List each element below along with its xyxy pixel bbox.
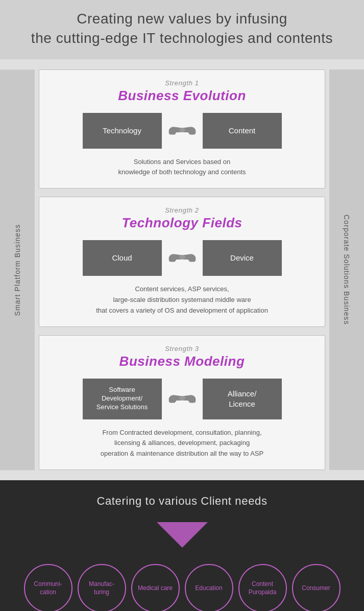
handshake-icon-1 <box>162 113 203 149</box>
bottom-section: Catering to various Client needs Communi… <box>0 480 364 611</box>
box-row-1: Technology Content <box>52 113 312 149</box>
arrow-down-icon <box>152 522 213 550</box>
header-title: Creating new values by infusing the cutt… <box>20 9 344 48</box>
box-right-2: Device <box>203 240 282 276</box>
svg-marker-3 <box>157 522 208 548</box>
strength-card-3: Strength 3 Business Modeling SoftwareDev… <box>39 335 325 470</box>
strength-label-3: Strength 3 <box>52 345 312 353</box>
svg-point-0 <box>179 128 185 132</box>
catering-title: Catering to various Client needs <box>10 495 354 508</box>
left-side-label: Smart Platform Business <box>0 69 35 470</box>
card-desc-3: From Contracted development, consultatio… <box>52 428 312 459</box>
svg-point-2 <box>179 396 185 401</box>
strength-title-3: Business Modeling <box>52 354 312 369</box>
circle-consumer: Consumer <box>292 564 341 611</box>
box-row-2: Cloud Device <box>52 240 312 276</box>
handshake-icon-3 <box>162 381 203 417</box>
circle-medical: Medical care <box>131 564 180 611</box>
circle-manufacturing: Manufac- turing <box>78 564 126 611</box>
main-content: Smart Platform Business Strength 1 Busin… <box>0 59 364 480</box>
box-left-2: Cloud <box>83 240 162 276</box>
svg-point-1 <box>179 255 185 260</box>
strength-title-2: Technology Fields <box>52 215 312 231</box>
right-side-label: Corporate Solutions Business <box>329 69 364 470</box>
strength-label-1: Strength 1 <box>52 79 312 87</box>
box-row-3: SoftwareDevelopment/Service Solutions Al… <box>52 379 312 419</box>
header-section: Creating new values by infusing the cutt… <box>0 0 364 59</box>
client-circles-row: Communi- cation Manufac- turing Medical … <box>10 564 354 611</box>
card-desc-1: Solutions and Services based onknowledge… <box>52 157 312 178</box>
circle-education: Education <box>185 564 233 611</box>
box-right-1: Content <box>203 113 282 149</box>
circle-communication: Communi- cation <box>24 564 72 611</box>
box-left-1: Technology <box>83 113 162 149</box>
strength-title-1: Business Evolution <box>52 88 312 104</box>
strength-card-1: Strength 1 Business Evolution Technology <box>39 69 325 189</box>
handshake-icon-2 <box>162 240 203 276</box>
center-column: Strength 1 Business Evolution Technology <box>35 69 329 470</box>
box-right-3: Alliance/Licence <box>203 379 282 419</box>
box-left-3: SoftwareDevelopment/Service Solutions <box>83 379 162 419</box>
circle-content: Content Puropaida <box>238 564 287 611</box>
strength-label-2: Strength 2 <box>52 206 312 214</box>
strength-card-2: Strength 2 Technology Fields Cloud Devic… <box>39 197 325 326</box>
card-desc-2: Content services, ASP services,large-sca… <box>52 284 312 316</box>
